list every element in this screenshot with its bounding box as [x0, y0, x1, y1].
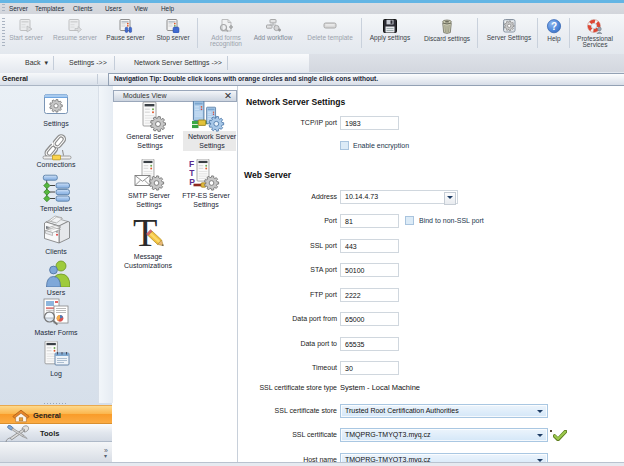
svg-text:?: ?	[551, 21, 557, 32]
